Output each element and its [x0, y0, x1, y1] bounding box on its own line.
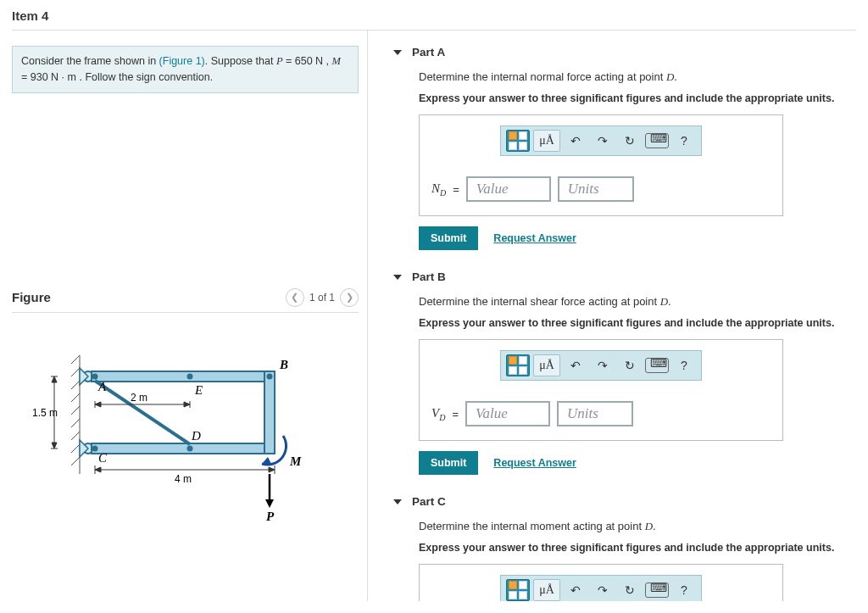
svg-rect-13 [92, 443, 275, 454]
answer-toolbar: μÅ ↶ ↷ ↻ ? [500, 125, 702, 156]
request-answer-link[interactable]: Request Answer [493, 457, 576, 469]
figure-heading: Figure [12, 290, 51, 304]
template-picker-button[interactable] [506, 354, 530, 376]
problem-brief: Consider the frame shown in (Figure 1). … [12, 46, 359, 93]
value-input[interactable]: Value [466, 176, 551, 202]
help-button[interactable]: ? [672, 354, 696, 376]
part-b-instruction: Express your answer to three significant… [419, 317, 856, 329]
part-c: Part C Determine the internal moment act… [393, 495, 856, 601]
figure-area: A B C D E M P 1.5 m 2 m 4 m [12, 313, 359, 527]
part-a-instruction: Express your answer to three significant… [419, 92, 856, 104]
svg-point-20 [187, 373, 193, 379]
help-button[interactable]: ? [672, 579, 696, 601]
svg-marker-29 [95, 402, 101, 407]
equals: = [453, 183, 459, 196]
redo-button[interactable]: ↷ [591, 130, 615, 152]
variable-label: VD [431, 406, 445, 422]
svg-line-7 [71, 432, 80, 440]
brief-text: = 650 N , [283, 55, 332, 67]
figure-prev-button[interactable]: ❮ [286, 288, 304, 307]
svg-marker-30 [184, 402, 190, 407]
svg-point-17 [267, 373, 273, 379]
redo-button[interactable]: ↷ [591, 354, 615, 376]
svg-text:2 m: 2 m [131, 392, 147, 404]
answer-toolbar: μÅ ↶ ↷ ↻ ? [500, 350, 702, 381]
template-picker-button[interactable] [506, 579, 530, 601]
svg-text:D: D [191, 429, 201, 443]
figure-count: 1 of 1 [309, 292, 335, 304]
keyboard-icon [645, 582, 669, 598]
answer-block-a: μÅ ↶ ↷ ↻ ? ND = Value Units [419, 114, 783, 216]
symbols-button[interactable]: μÅ [533, 354, 560, 376]
svg-line-2 [71, 368, 80, 376]
svg-marker-34 [95, 467, 101, 472]
var-p: P [276, 55, 283, 67]
caret-down-icon[interactable] [393, 275, 402, 280]
part-a-title: Part A [412, 46, 445, 59]
equals: = [452, 408, 459, 421]
point-d: D [645, 520, 653, 532]
svg-text:M: M [289, 454, 302, 468]
redo-button[interactable]: ↷ [591, 579, 615, 601]
svg-marker-25 [52, 443, 57, 449]
part-a: Part A Determine the internal normal for… [393, 46, 856, 250]
svg-text:4 m: 4 m [175, 473, 192, 485]
template-picker-button[interactable] [506, 130, 530, 152]
keyboard-button[interactable] [645, 579, 669, 601]
variable-label: ND [431, 181, 446, 198]
symbols-button[interactable]: μÅ [533, 130, 560, 152]
svg-text:1.5 m: 1.5 m [32, 407, 58, 419]
brief-text: Consider the frame shown in [21, 55, 159, 67]
undo-button[interactable]: ↶ [564, 130, 587, 152]
svg-text:E: E [194, 383, 203, 397]
request-answer-link[interactable]: Request Answer [493, 232, 576, 244]
var-m: M [332, 55, 341, 67]
keyboard-icon [645, 358, 669, 373]
answer-block-c: μÅ ↶ ↷ ↻ ? [419, 564, 783, 601]
svg-line-9 [71, 457, 80, 465]
keyboard-button[interactable] [645, 354, 669, 376]
keyboard-icon [645, 133, 669, 148]
caret-down-icon[interactable] [393, 499, 402, 504]
reset-button[interactable]: ↻ [618, 579, 642, 601]
submit-button[interactable]: Submit [419, 226, 478, 250]
figure-next-button[interactable]: ❯ [340, 288, 359, 307]
keyboard-button[interactable] [645, 130, 669, 152]
svg-point-19 [187, 445, 193, 451]
left-column: Consider the frame shown in (Figure 1). … [12, 31, 368, 601]
part-b-question: Determine the internal shear force actin… [419, 295, 660, 308]
reset-button[interactable]: ↻ [618, 130, 642, 152]
submit-button[interactable]: Submit [419, 451, 478, 475]
units-input[interactable]: Units [558, 176, 634, 202]
undo-button[interactable]: ↶ [564, 579, 587, 601]
part-c-instruction: Express your answer to three significant… [419, 542, 856, 554]
svg-rect-12 [92, 371, 275, 382]
point-d: D [660, 295, 668, 308]
answer-toolbar: μÅ ↶ ↷ ↻ ? [500, 575, 702, 601]
caret-down-icon[interactable] [393, 50, 402, 55]
part-c-question: Determine the internal moment acting at … [419, 520, 645, 532]
svg-marker-24 [52, 376, 57, 382]
svg-text:C: C [98, 451, 108, 465]
svg-line-4 [71, 393, 80, 402]
svg-text:B: B [279, 358, 288, 371]
svg-line-8 [71, 444, 80, 453]
svg-marker-38 [265, 499, 274, 508]
undo-button[interactable]: ↶ [564, 354, 587, 376]
item-title: Item 4 [0, 0, 868, 30]
part-b-title: Part B [412, 270, 446, 283]
help-button[interactable]: ? [672, 130, 696, 152]
svg-line-15 [95, 381, 190, 444]
reset-button[interactable]: ↻ [618, 354, 642, 376]
svg-point-18 [92, 445, 98, 451]
units-input[interactable]: Units [557, 401, 633, 426]
part-b: Part B Determine the internal shear forc… [393, 270, 856, 475]
svg-rect-14 [264, 371, 275, 454]
value-input[interactable]: Value [465, 401, 550, 426]
part-c-title: Part C [412, 495, 446, 508]
brief-text: . Suppose that [205, 55, 276, 67]
figure-link[interactable]: (Figure 1) [159, 55, 205, 67]
svg-line-3 [71, 381, 80, 389]
svg-point-16 [92, 373, 98, 379]
symbols-button[interactable]: μÅ [533, 579, 560, 601]
